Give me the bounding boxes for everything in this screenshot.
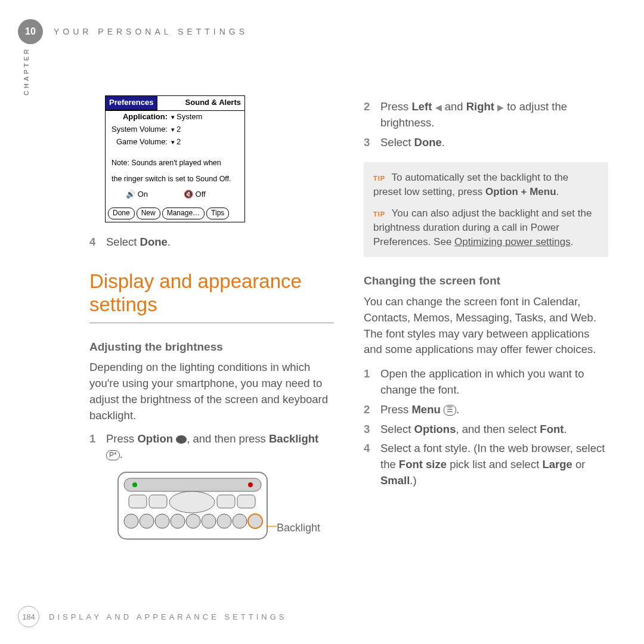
tip-label: TIP bbox=[373, 210, 385, 218]
ss-title-left: Preferences bbox=[106, 96, 157, 110]
svg-point-14 bbox=[202, 514, 216, 528]
right-arrow-icon: ▶ bbox=[497, 103, 504, 112]
sound-off-icon: 🔇 Off bbox=[184, 189, 206, 200]
chapter-number-badge: 10 bbox=[18, 19, 43, 44]
svg-point-11 bbox=[155, 514, 169, 528]
svg-point-13 bbox=[186, 514, 200, 528]
chapter-side-tab: CHAPTER bbox=[23, 47, 30, 95]
svg-point-2 bbox=[132, 482, 137, 487]
preferences-screenshot: Preferences Sound & Alerts Application:S… bbox=[105, 95, 245, 222]
step-3-brightness: 3 Select Done. bbox=[364, 135, 608, 151]
ss-row-value: 2 bbox=[171, 124, 181, 135]
left-arrow-icon: ◀ bbox=[435, 103, 442, 112]
font-step-1: 1 Open the application in which you want… bbox=[364, 366, 608, 398]
step-1-brightness: 1 Press Option , and then press Backligh… bbox=[89, 431, 334, 463]
ss-note-line1: Note: Sounds aren't played when bbox=[106, 155, 244, 171]
ss-row-value: System bbox=[171, 112, 202, 123]
page-number-badge: 184 bbox=[18, 606, 39, 627]
step-number: 2 bbox=[364, 402, 380, 418]
step-number: 3 bbox=[364, 135, 380, 151]
ss-row-label: System Volume: bbox=[110, 124, 171, 135]
keypad-callout-label: Backlight bbox=[277, 520, 320, 535]
chapter-title: YOUR PERSONAL SETTINGS bbox=[54, 27, 248, 36]
ss-row-label: Application: bbox=[110, 112, 171, 123]
svg-rect-1 bbox=[124, 478, 261, 491]
svg-point-12 bbox=[171, 514, 185, 528]
keypad-illustration: Backlight bbox=[116, 470, 334, 546]
step-2-brightness: 2 Press Left ◀ and Right ▶ to adjust the… bbox=[364, 99, 608, 131]
right-column: 2 Press Left ◀ and Right ▶ to adjust the… bbox=[364, 95, 608, 546]
step-number: 3 bbox=[364, 422, 380, 438]
paragraph: You can change the screen font in Calend… bbox=[364, 294, 608, 358]
svg-point-10 bbox=[140, 514, 154, 528]
svg-point-15 bbox=[217, 514, 231, 528]
step-number: 4 bbox=[89, 234, 106, 250]
footer-title: DISPLAY AND APPEARANCE SETTINGS bbox=[49, 612, 287, 621]
option-key-icon bbox=[176, 435, 187, 444]
font-step-4: 4 Select a font style. (In the web brows… bbox=[364, 441, 608, 488]
page-footer: 184 DISPLAY AND APPEARANCE SETTINGS bbox=[18, 606, 287, 627]
step-number: 4 bbox=[364, 441, 380, 488]
section-title: Display and appearance settings bbox=[89, 270, 334, 323]
svg-rect-7 bbox=[237, 495, 255, 508]
menu-key-icon: ☰ bbox=[444, 405, 456, 416]
ss-manage-button: Manage… bbox=[162, 208, 205, 219]
ss-row-value: 2 bbox=[171, 137, 181, 148]
svg-point-9 bbox=[124, 514, 138, 528]
svg-rect-6 bbox=[217, 495, 235, 508]
svg-point-16 bbox=[233, 514, 247, 528]
tip-label: TIP bbox=[373, 175, 385, 182]
backlight-key-icon: P* bbox=[106, 450, 120, 461]
svg-point-3 bbox=[248, 482, 253, 487]
tip-box: TIP To automatically set the backlight t… bbox=[364, 162, 608, 257]
svg-rect-5 bbox=[149, 495, 167, 508]
paragraph: Depending on the lighting conditions in … bbox=[89, 360, 334, 423]
ss-note-line2: the ringer switch is set to Sound Off. bbox=[106, 171, 244, 187]
font-step-2: 2 Press Menu ☰. bbox=[364, 402, 608, 418]
step-number: 1 bbox=[89, 431, 106, 463]
page-header: 10 YOUR PERSONAL SETTINGS bbox=[18, 19, 248, 44]
link-optimizing-power[interactable]: Optimizing power settings bbox=[454, 236, 571, 247]
ss-new-button: New bbox=[137, 208, 160, 219]
step-number: 2 bbox=[364, 99, 380, 131]
step-number: 1 bbox=[364, 366, 380, 398]
svg-rect-4 bbox=[129, 495, 147, 508]
ss-title-right: Sound & Alerts bbox=[182, 96, 244, 110]
subheading-font: Changing the screen font bbox=[364, 273, 608, 289]
subheading-brightness: Adjusting the brightness bbox=[89, 339, 334, 355]
ss-row-label: Game Volume: bbox=[110, 137, 171, 148]
left-column: Preferences Sound & Alerts Application:S… bbox=[89, 95, 334, 546]
ss-tips-button: Tips bbox=[206, 208, 229, 219]
ss-done-button: Done bbox=[108, 208, 135, 219]
sound-on-icon: 🔊 On bbox=[126, 189, 148, 200]
svg-point-8 bbox=[169, 491, 215, 513]
step-4: 4 Select Done. bbox=[89, 234, 334, 250]
font-step-3: 3 Select Options, and then select Font. bbox=[364, 422, 608, 438]
